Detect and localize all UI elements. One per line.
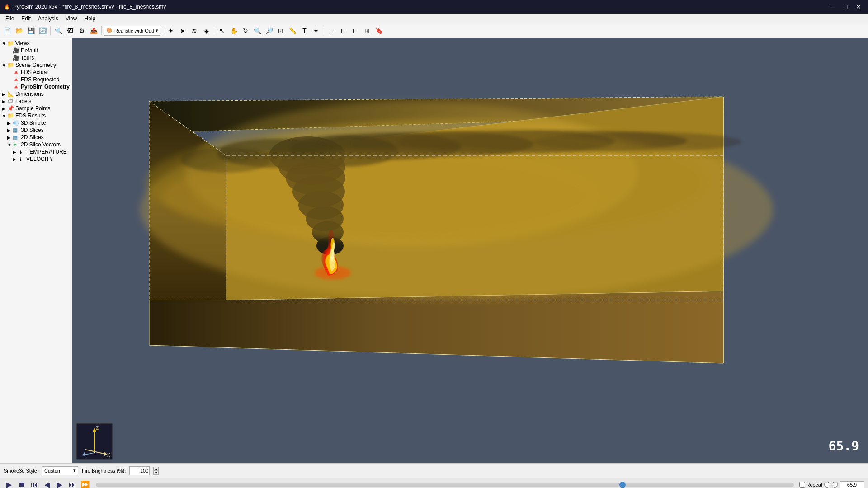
refresh-button[interactable]: 🔄 [37,25,48,36]
play-button[interactable]: ▶ [4,479,14,488]
maximize-button[interactable]: □ [840,2,852,11]
text-button[interactable]: T [299,25,310,36]
dimensions-arrow[interactable]: ▶ [2,92,7,97]
3d-smoke-arrow[interactable]: ▶ [7,121,13,126]
menu-edit[interactable]: Edit [18,14,34,23]
brightness-spinner[interactable]: ▲ ▼ [153,467,159,475]
radio-record[interactable] [824,482,830,488]
repeat-checkbox[interactable] [799,482,805,488]
clip-z-button[interactable]: ⊢ [350,25,361,36]
render-button[interactable]: 🖼 [65,25,75,36]
timeline-thumb[interactable] [619,482,626,488]
clip-x-button[interactable]: ⊢ [326,25,337,36]
brightness-input[interactable] [129,466,150,475]
new-button[interactable]: 📄 [2,25,13,36]
views-icon: 📁 [7,40,14,47]
sep2 [101,26,102,35]
velocity-label: VELOCITY [26,156,53,162]
render-mode-dropdown[interactable]: 🎨 Realistic with Outl ▾ [104,26,160,36]
sample-points-arrow[interactable]: ▶ [2,106,7,111]
menu-bar: File Edit Analysis View Help [0,14,868,23]
minimize-button[interactable]: ─ [827,2,839,11]
open-button[interactable]: 📂 [14,25,24,36]
fast-fwd-button[interactable]: ⏭ [67,479,78,488]
pan-button[interactable]: ✋ [228,25,239,36]
temperature-arrow[interactable]: ▶ [13,150,18,155]
menu-file[interactable]: File [2,14,18,23]
sep3 [163,26,163,35]
tree-velocity[interactable]: ▶ 🌡 VELOCITY [0,155,72,163]
pyrosim-geometry-label: PyroSim Geometry [21,84,70,90]
select-button[interactable]: ↖ [217,25,227,36]
menu-help[interactable]: Help [81,14,99,23]
particles-button[interactable]: ✦ [165,25,176,36]
clip-box-button[interactable]: ⊞ [362,25,373,36]
save-button[interactable]: 💾 [25,25,36,36]
labels-arrow[interactable]: ▶ [2,99,7,104]
viewport[interactable]: Z X 65.9 [72,38,868,463]
brightness-up[interactable]: ▲ [153,467,159,471]
tree-dimensions[interactable]: ▶ 📐 Dimensions [0,90,72,98]
3d-slices-arrow[interactable]: ▶ [7,128,13,133]
scene-geometry-arrow[interactable]: ▼ [2,63,7,68]
zoom-out-button[interactable]: 🔎 [264,25,274,36]
smoke-style-dropdown[interactable]: Custom ▾ [42,466,78,475]
tree-fds-requested[interactable]: 🔺 FDS Requested [0,76,72,83]
zoom-fit-button[interactable]: 🔍 [53,25,64,36]
tree-pyrosim-geometry[interactable]: 🔺 PyroSim Geometry [0,83,72,90]
vector-button[interactable]: ➤ [177,25,188,36]
tree-2d-slices[interactable]: ▶ ▦ 2D Slices [0,134,72,141]
step-back-button[interactable]: ◀ [42,479,52,488]
bookmark-button[interactable]: 🔖 [373,25,384,36]
tree-fds-results[interactable]: ▼ 📁 FDS Results [0,112,72,119]
playback-bar: ▶ ⏹ ⏮ ◀ ▶ ⏭ ⏩ Repeat [0,478,868,488]
tree-3d-smoke[interactable]: ▶ 💨 3D Smoke [0,119,72,127]
axis-indicator: Z X [76,423,112,459]
pointer-button[interactable]: ✦ [311,25,321,36]
stop-button[interactable]: ⏹ [16,479,27,488]
tree-views[interactable]: ▼ 📁 Views [0,40,72,47]
tree-labels[interactable]: ▶ 🏷 Labels [0,98,72,105]
menu-analysis[interactable]: Analysis [34,14,62,23]
brightness-down[interactable]: ▼ [153,471,159,475]
3d-slices-label: 3D Slices [21,127,44,133]
isosurface-button[interactable]: ◈ [201,25,212,36]
2d-slice-vectors-arrow[interactable]: ▼ [7,142,13,147]
scene-geometry-icon: 📁 [7,62,14,68]
views-arrow[interactable]: ▼ [2,41,7,46]
radio-play[interactable] [832,482,838,488]
close-button[interactable]: ✕ [853,2,864,11]
tree-default[interactable]: 🎥 Default [0,47,72,54]
timeline-slider[interactable] [96,483,794,487]
rotate-button[interactable]: ↻ [240,25,251,36]
title-bar-controls[interactable]: ─ □ ✕ [827,2,864,11]
sample-points-icon: 📌 [7,105,14,112]
settings-button[interactable]: ⚙ [76,25,87,36]
tree-temperature[interactable]: ▶ 🌡 TEMPERATURE [0,148,72,155]
tree-scene-geometry[interactable]: ▼ 📁 Scene Geometry [0,61,72,69]
frame-input[interactable] [840,481,864,488]
contour-button[interactable]: ≋ [189,25,200,36]
step-fwd-button[interactable]: ▶ [54,479,65,488]
menu-view[interactable]: View [62,14,81,23]
export-button[interactable]: 📤 [88,25,99,36]
fds-results-arrow[interactable]: ▼ [2,113,7,118]
main-layout: ▼ 📁 Views 🎥 Default 🎥 Tours ▼ 📁 Scene Ge… [0,38,868,463]
velocity-arrow[interactable]: ▶ [13,157,18,162]
rewind-button[interactable]: ⏮ [29,479,40,488]
clip-y-button[interactable]: ⊢ [338,25,349,36]
tree-sample-points[interactable]: ▶ 📌 Sample Points [0,105,72,112]
smoke-style-value: Custom [44,468,61,474]
end-button[interactable]: ⏩ [80,479,90,488]
tree-2d-slice-vectors[interactable]: ▼ ➤ 2D Slice Vectors [0,141,72,148]
tree-fds-actual[interactable]: 🔺 FDS Actual [0,69,72,76]
tree-3d-slices[interactable]: ▶ ▦ 3D Slices [0,127,72,134]
zoom-in-button[interactable]: 🔍 [252,25,263,36]
measure-button[interactable]: 📏 [287,25,298,36]
tree-tours[interactable]: 🎥 Tours [0,54,72,61]
labels-label: Labels [15,98,31,104]
2d-slices-arrow[interactable]: ▶ [7,135,13,140]
zoom-fit-btn2[interactable]: ⊡ [275,25,286,36]
2d-slice-vectors-label: 2D Slice Vectors [21,141,61,148]
bottom-container: Smoke3d Style: Custom ▾ Fire Brightness … [0,463,868,488]
